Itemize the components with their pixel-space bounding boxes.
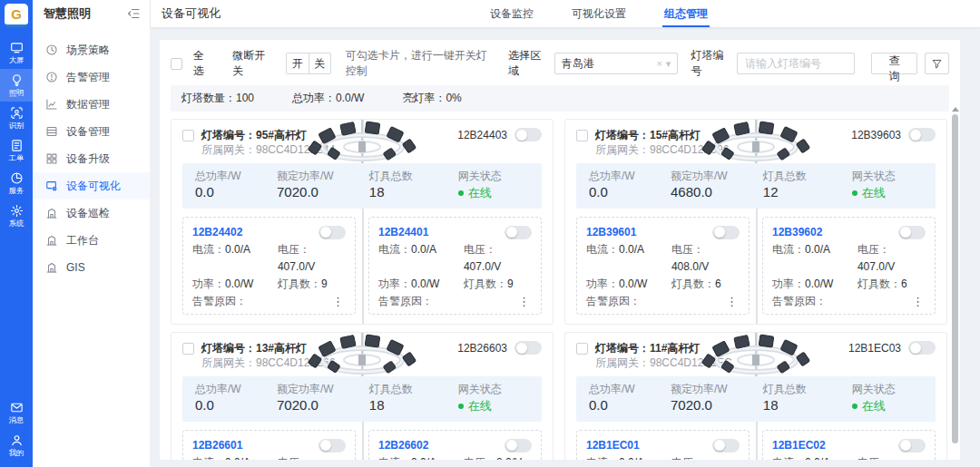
- breaker-off-button[interactable]: 关: [309, 54, 330, 73]
- branch-voltage: 电压：407.0/V: [671, 454, 740, 460]
- gis-icon: [45, 261, 58, 274]
- sidebar-item-upgrade[interactable]: 设备升级: [33, 145, 150, 172]
- card-checkbox[interactable]: [576, 130, 588, 141]
- scroll-up-icon[interactable]: [952, 107, 959, 112]
- breaker-label: 微断开关: [232, 48, 271, 79]
- branch-power: 功率：0.0/W: [772, 276, 858, 293]
- rail-item-system[interactable]: 系统: [0, 199, 33, 232]
- sidebar-item-device[interactable]: 设备管理: [33, 118, 150, 145]
- card-checkbox[interactable]: [182, 130, 194, 141]
- tab-1[interactable]: 设备监控: [488, 0, 535, 27]
- online-dot: [852, 404, 858, 409]
- branch-power: 功率：0.0/W: [378, 276, 464, 293]
- stat-gateway-status: 网关状态在线: [458, 382, 529, 415]
- sidebar-item-dataman[interactable]: 数据管理: [33, 91, 150, 118]
- branch-voltage: 电压：407.0/V: [278, 241, 346, 276]
- clear-icon[interactable]: ×: [656, 59, 662, 69]
- collapse-sidebar-icon[interactable]: [126, 6, 141, 21]
- sidebar-item-workbench[interactable]: 工作台: [33, 227, 150, 254]
- face-scan-icon: [10, 106, 24, 120]
- region-select[interactable]: 青岛港 × ▾: [554, 53, 679, 74]
- rail-item-workorder[interactable]: 工单: [0, 134, 33, 167]
- more-actions-icon[interactable]: ⋮: [910, 293, 926, 310]
- branch-card: 12B24402 电流：0.0/A 电压：407.0/V 功率：0.0/W 灯具…: [182, 217, 356, 315]
- branch-device-id[interactable]: 12B24401: [378, 226, 428, 238]
- rail-item-message[interactable]: 消息: [0, 396, 33, 429]
- filter-button[interactable]: [925, 53, 949, 74]
- app-logo[interactable]: G: [5, 4, 28, 27]
- more-actions-icon[interactable]: ⋮: [516, 293, 532, 310]
- building-icon: [45, 207, 58, 219]
- branch-voltage: 电压：2.0/V: [464, 454, 532, 460]
- person-icon: [10, 433, 24, 447]
- branch-device-id[interactable]: 12B26601: [192, 439, 242, 452]
- online-status: 在线: [468, 399, 492, 413]
- rail-item-service[interactable]: 服务: [0, 167, 33, 199]
- branch-device-id[interactable]: 12B26602: [378, 439, 428, 452]
- more-actions-icon[interactable]: ⋮: [724, 293, 740, 310]
- branch-switch-toggle[interactable]: [712, 226, 740, 239]
- rail-item-screen[interactable]: 大屏: [0, 36, 33, 69]
- branch-switch-toggle[interactable]: [318, 226, 346, 239]
- app-title: 智慧照明: [44, 5, 91, 22]
- tab-3[interactable]: 组态管理: [662, 0, 710, 27]
- branch-power: 功率：0.0/W: [586, 276, 671, 293]
- top-tabs: 设备监控可视化设置组态管理: [488, 0, 710, 27]
- branch-lamps: 灯具数：6: [858, 276, 926, 293]
- main-switch-toggle[interactable]: [908, 128, 936, 141]
- branch-alarm: 告警原因：: [192, 293, 247, 310]
- breaker-on-button[interactable]: 开: [287, 54, 309, 73]
- tower-card: 灯塔编号：95#高杆灯 所属网关：98CC4D12B244 12B24403 总…: [171, 119, 554, 325]
- scrollbar-thumb[interactable]: [952, 114, 958, 443]
- online-status: 在线: [862, 399, 886, 413]
- branch-card: 12B26601 电流：0.0/A 电压：408.0/V 功率：0.0/W 灯具…: [182, 430, 356, 460]
- branch-switch-toggle[interactable]: [505, 226, 532, 239]
- sidebar-header: 智慧照明: [33, 0, 150, 27]
- branch-switch-toggle[interactable]: [505, 439, 532, 452]
- main-switch-toggle[interactable]: [514, 128, 542, 141]
- sidebar-item-scene[interactable]: 场景策略: [33, 36, 150, 63]
- branch-lamps: 灯具数：9: [278, 276, 346, 293]
- branch-device-id[interactable]: 12B1EC01: [586, 439, 640, 452]
- query-button[interactable]: 查询: [871, 53, 917, 74]
- more-actions-icon[interactable]: ⋮: [330, 293, 346, 310]
- card-stats-band: 总功率/W0.0 额定功率/W7020.0 灯具总数18 网关状态在线: [576, 376, 936, 422]
- main-switch-toggle[interactable]: [908, 341, 936, 355]
- rail-item-mine[interactable]: 我的: [0, 429, 33, 462]
- stat-gateway-status: 网关状态在线: [458, 169, 529, 202]
- select-all-checkbox[interactable]: [171, 58, 182, 70]
- branch-device-id[interactable]: 12B39601: [586, 226, 636, 238]
- rail-item-lighting[interactable]: 照明: [0, 69, 33, 102]
- branch-device-id[interactable]: 12B39602: [772, 226, 822, 238]
- tower-no-input[interactable]: [737, 53, 855, 74]
- database-icon: [45, 125, 58, 138]
- main-device-id: 12B39603: [851, 129, 901, 141]
- branch-switch-toggle[interactable]: [712, 439, 740, 452]
- card-header-right: 12B26603: [457, 341, 542, 355]
- panel-scrollbar[interactable]: [951, 107, 959, 456]
- main-device-id: 12B1EC03: [848, 342, 901, 355]
- sidebar-item-visual[interactable]: 设备可视化: [33, 172, 150, 199]
- card-header: 灯塔编号：95#高杆灯 所属网关：98CC4D12B244 12B24403: [172, 120, 553, 161]
- branch-switch-toggle[interactable]: [898, 439, 926, 452]
- card-checkbox[interactable]: [576, 343, 588, 355]
- main-switch-toggle[interactable]: [514, 341, 542, 355]
- main-device-id: 12B26603: [457, 342, 507, 355]
- sidebar-item-gis[interactable]: GIS: [33, 254, 150, 281]
- branch-device-id[interactable]: 12B24402: [192, 226, 242, 238]
- tab-2[interactable]: 可视化设置: [570, 0, 628, 27]
- branch-switch-toggle[interactable]: [318, 439, 346, 452]
- sidebar-item-alarm[interactable]: 告警管理: [33, 63, 150, 91]
- sidebar-item-inspect[interactable]: 设备巡检: [33, 199, 150, 227]
- branch-power: 功率：0.0/W: [192, 276, 278, 293]
- card-checkbox[interactable]: [182, 343, 194, 355]
- rail-item-identify[interactable]: 识别: [0, 102, 33, 134]
- online-dot: [458, 404, 464, 409]
- online-dot: [458, 190, 464, 196]
- summary-strip: 灯塔数量：100 总功率：0.0/W 亮灯率：0%: [171, 85, 949, 112]
- card-header: 灯塔编号：11#高杆灯 所属网关：98CC4D12B1EC 12B1EC03: [565, 333, 946, 375]
- branch-switch-toggle[interactable]: [898, 226, 926, 239]
- card-header: 灯塔编号：15#高杆灯 所属网关：98CC4D12B396 12B39603: [565, 120, 946, 161]
- branch-device-id[interactable]: 12B1EC02: [772, 439, 826, 452]
- chevron-down-icon: ▾: [666, 59, 671, 69]
